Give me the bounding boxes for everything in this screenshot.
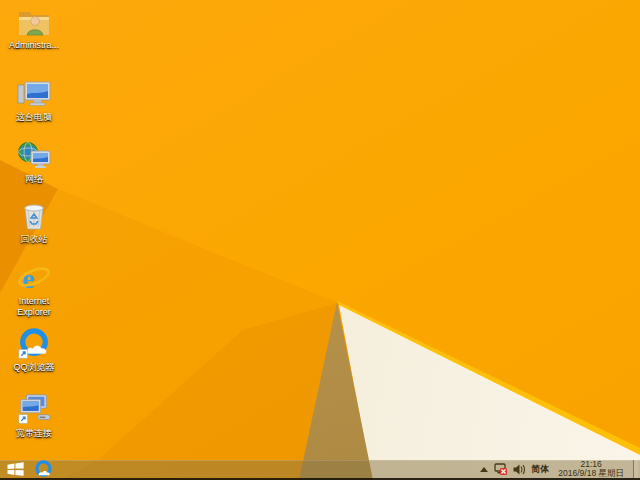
- desktop-icon-label: 这台电脑: [16, 112, 52, 123]
- broadband-shortcut-icon: [17, 394, 51, 426]
- wallpaper-facet-cream: [0, 0, 640, 480]
- start-button[interactable]: [0, 460, 30, 478]
- hidden-icons-chevron[interactable]: [480, 467, 488, 472]
- desktop-icon-administrator[interactable]: Administra...: [2, 6, 66, 51]
- network-globe-icon: [17, 140, 51, 172]
- desktop-icon-recycle-bin[interactable]: 回收站: [2, 200, 66, 245]
- desktop-icon-label: 宽带连接: [16, 428, 52, 439]
- wallpaper-facet-lower: [0, 0, 640, 480]
- ie-icon: e: [17, 262, 51, 294]
- show-desktop-button[interactable]: [633, 460, 638, 478]
- desktop-icon-broadband[interactable]: 宽带连接: [2, 394, 66, 439]
- computer-icon: [17, 78, 51, 110]
- svg-text:e: e: [22, 263, 34, 294]
- clock-date: 2016/9/18 星期日: [558, 469, 624, 479]
- desktop-icon-label: Administra...: [9, 40, 59, 51]
- volume-icon: [513, 464, 525, 475]
- ime-indicator[interactable]: 简体: [531, 463, 549, 476]
- recycle-bin-icon: [17, 200, 51, 232]
- desktop-icon-qq-browser[interactable]: QQ浏览器: [2, 328, 66, 373]
- desktop-icon-internet-explorer[interactable]: e Internet Explorer: [2, 262, 66, 317]
- volume-button[interactable]: [513, 464, 525, 475]
- taskbar-item-qq-browser[interactable]: [30, 460, 56, 478]
- desktop-icon-label: 回收站: [21, 234, 48, 245]
- taskbar: 简体 21:16 2016/9/18 星期日: [0, 460, 640, 480]
- qq-browser-icon: [34, 460, 53, 478]
- desktop-icon-label: QQ浏览器: [13, 362, 54, 373]
- desktop-icon-network[interactable]: 网络: [2, 140, 66, 185]
- desktop-icon-this-pc[interactable]: 这台电脑: [2, 78, 66, 123]
- desktop-icon-label: Internet Explorer: [3, 296, 65, 317]
- qq-browser-icon: [17, 328, 51, 360]
- network-status-button[interactable]: [494, 463, 507, 475]
- desktop-icon-label: 网络: [25, 174, 43, 185]
- windows-logo-icon: [7, 462, 24, 476]
- chevron-up-icon: [480, 467, 488, 472]
- desktop[interactable]: Administra... 这台电脑: [0, 0, 640, 480]
- wallpaper-facet-edge: [0, 0, 640, 480]
- user-folder-icon: [17, 6, 51, 38]
- wallpaper-facet-bottom: [0, 0, 640, 480]
- tray-clock[interactable]: 21:16 2016/9/18 星期日: [555, 460, 627, 479]
- system-tray: 简体 21:16 2016/9/18 星期日: [480, 460, 640, 478]
- network-disconnected-icon: [494, 463, 507, 475]
- wallpaper-facet-left: [0, 0, 640, 480]
- wallpaper-facet-tan: [0, 0, 640, 480]
